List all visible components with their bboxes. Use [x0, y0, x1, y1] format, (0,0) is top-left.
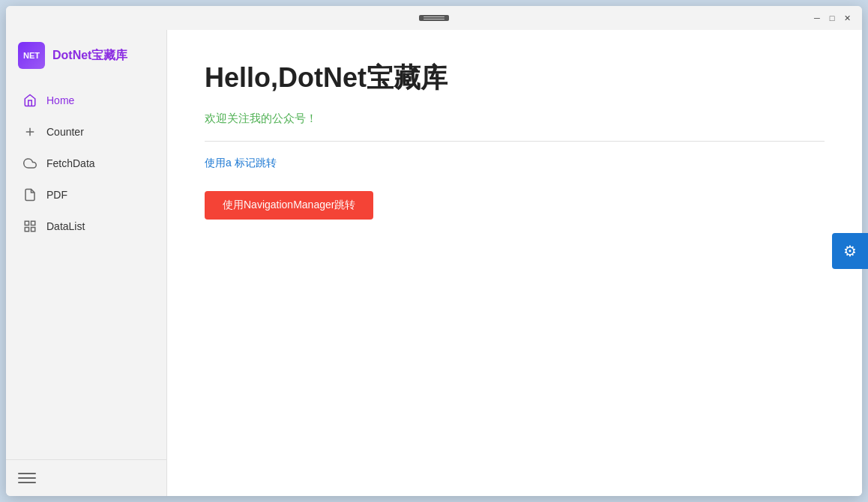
- page-title: Hello,DotNet宝藏库: [205, 60, 825, 97]
- cloud-icon: [22, 156, 37, 171]
- grid-icon: [22, 219, 37, 234]
- sidebar-item-pdf-label: PDF: [46, 189, 67, 201]
- navigation-manager-button[interactable]: 使用NavigationManager跳转: [205, 191, 373, 220]
- menu-toggle-button[interactable]: [18, 469, 36, 487]
- svg-rect-3: [31, 221, 35, 225]
- hamburger-bar: [419, 15, 449, 21]
- sidebar-item-pdf[interactable]: PDF: [10, 180, 162, 210]
- plus-icon: [22, 124, 37, 139]
- app-window: ─ □ ✕ NET DotNet宝藏库: [6, 6, 862, 496]
- minimize-button[interactable]: ─: [811, 12, 823, 24]
- document-icon: [22, 187, 37, 202]
- svg-rect-4: [25, 228, 28, 232]
- sidebar: NET DotNet宝藏库 Home: [6, 30, 167, 496]
- divider: [205, 141, 825, 142]
- anchor-link[interactable]: 使用a 标记跳转: [205, 157, 825, 170]
- settings-button[interactable]: ⚙: [832, 233, 862, 269]
- svg-rect-2: [25, 221, 28, 225]
- sidebar-nav: Home Counter: [6, 78, 166, 459]
- logo-icon: NET: [18, 42, 45, 69]
- gear-icon: ⚙: [843, 242, 857, 260]
- home-icon: [22, 93, 37, 108]
- sidebar-item-counter[interactable]: Counter: [10, 117, 162, 147]
- title-bar: ─ □ ✕: [6, 6, 862, 30]
- sidebar-item-home-label: Home: [46, 94, 74, 106]
- sidebar-header: NET DotNet宝藏库: [6, 30, 166, 78]
- close-button[interactable]: ✕: [841, 12, 853, 24]
- main-content: Hello,DotNet宝藏库 欢迎关注我的公众号！ 使用a 标记跳转 使用Na…: [167, 30, 862, 496]
- app-layout: NET DotNet宝藏库 Home: [6, 30, 862, 496]
- sidebar-item-datalist[interactable]: DataList: [10, 211, 162, 241]
- sidebar-item-datalist-label: DataList: [46, 220, 85, 232]
- sidebar-footer: [6, 459, 166, 496]
- welcome-text: 欢迎关注我的公众号！: [205, 112, 825, 126]
- maximize-button[interactable]: □: [826, 12, 838, 24]
- title-bar-center: [419, 15, 449, 21]
- app-title: DotNet宝藏库: [52, 48, 127, 64]
- sidebar-item-fetchdata[interactable]: FetchData: [10, 148, 162, 178]
- sidebar-item-fetchdata-label: FetchData: [46, 157, 95, 169]
- sidebar-item-home[interactable]: Home: [10, 85, 162, 115]
- svg-rect-5: [31, 228, 35, 232]
- sidebar-item-counter-label: Counter: [46, 126, 84, 138]
- window-controls: ─ □ ✕: [811, 12, 853, 24]
